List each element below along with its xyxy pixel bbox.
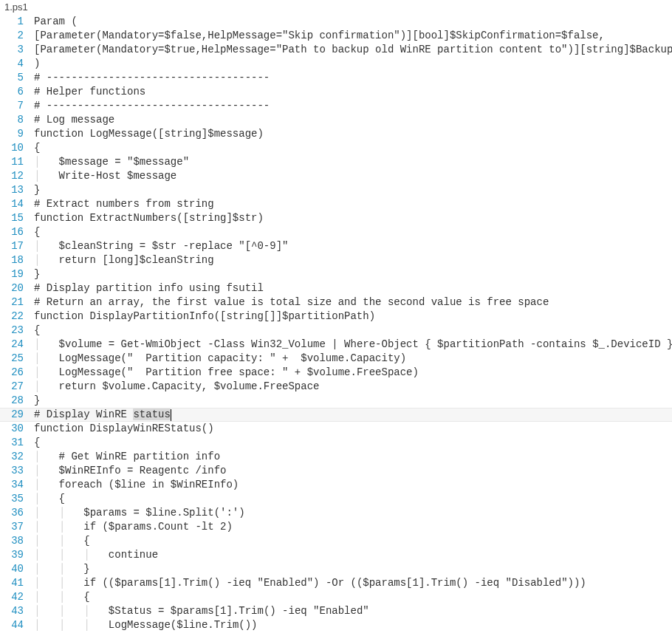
line-number: 30 <box>0 422 34 436</box>
code-text[interactable]: } <box>34 394 672 408</box>
code-text[interactable]: Param ( <box>34 15 672 29</box>
current-line[interactable]: 29# Display WinRE status <box>0 408 672 422</box>
code-line[interactable]: 23{ <box>0 324 672 338</box>
code-line[interactable]: 19} <box>0 267 672 281</box>
line-number: 31 <box>0 436 34 450</box>
code-line[interactable]: 8# Log message <box>0 113 672 127</box>
code-text[interactable]: │ │ │ LogMessage($line.Trim()) <box>34 618 672 632</box>
code-text[interactable]: # Extract numbers from string <box>34 197 672 211</box>
code-text[interactable]: function LogMessage([string]$message) <box>34 127 672 141</box>
code-line[interactable]: 39│ │ │ continue <box>0 548 672 562</box>
code-text[interactable]: │ │ if (($params[1].Trim() -ieq "Enabled… <box>34 576 672 590</box>
code-text[interactable]: │ │ } <box>34 562 672 576</box>
code-text[interactable]: function ExtractNumbers([string]$str) <box>34 211 672 225</box>
code-line[interactable]: 35│ { <box>0 492 672 506</box>
code-text[interactable]: │ $cleanString = $str -replace "[^0-9]" <box>34 239 672 253</box>
code-text[interactable]: │ LogMessage(" Partition free space: " +… <box>34 366 672 380</box>
code-line[interactable]: 1Param ( <box>0 15 672 29</box>
code-line[interactable]: 4) <box>0 57 672 71</box>
code-line[interactable]: 28} <box>0 394 672 408</box>
code-line[interactable]: 38│ │ { <box>0 534 672 548</box>
code-text[interactable]: # Log message <box>34 113 672 127</box>
line-number: 26 <box>0 366 34 380</box>
code-text[interactable]: # Display partition info using fsutil <box>34 281 672 295</box>
code-text[interactable]: function DisplayWinREStatus() <box>34 422 672 436</box>
code-line[interactable]: 30function DisplayWinREStatus() <box>0 422 672 436</box>
code-line[interactable]: 44│ │ │ LogMessage($line.Trim()) <box>0 618 672 632</box>
code-text[interactable]: │ LogMessage(" Partition capacity: " + $… <box>34 352 672 366</box>
code-line[interactable]: 6# Helper functions <box>0 85 672 99</box>
code-text[interactable]: { <box>34 141 672 155</box>
code-text[interactable]: │ │ │ $Status = $params[1].Trim() -ieq "… <box>34 604 672 618</box>
code-line[interactable]: 36│ │ $params = $line.Split(':') <box>0 506 672 520</box>
code-line[interactable]: 7# ------------------------------------ <box>0 99 672 113</box>
code-text[interactable]: function DisplayPartitionInfo([string[]]… <box>34 310 672 324</box>
code-line[interactable]: 26│ LogMessage(" Partition free space: "… <box>0 366 672 380</box>
code-line[interactable]: 10{ <box>0 141 672 155</box>
code-line[interactable]: 34│ foreach ($line in $WinREInfo) <box>0 478 672 492</box>
code-text[interactable]: # Display WinRE status <box>34 408 672 422</box>
code-line[interactable]: 15function ExtractNumbers([string]$str) <box>0 211 672 225</box>
code-line[interactable]: 37│ │ if ($params.Count -lt 2) <box>0 520 672 534</box>
code-line[interactable]: 27│ return $volume.Capacity, $volume.Fre… <box>0 380 672 394</box>
code-line[interactable]: 16{ <box>0 225 672 239</box>
code-line[interactable]: 22function DisplayPartitionInfo([string[… <box>0 310 672 324</box>
code-text[interactable]: # ------------------------------------ <box>34 71 672 85</box>
line-number: 43 <box>0 604 34 618</box>
code-line[interactable]: 9function LogMessage([string]$message) <box>0 127 672 141</box>
code-text[interactable]: │ $message = "$message" <box>34 155 672 169</box>
code-text[interactable]: { <box>34 225 672 239</box>
code-text[interactable]: │ # Get WinRE partition info <box>34 450 672 464</box>
code-text[interactable]: # Helper functions <box>34 85 672 99</box>
code-text[interactable]: │ $volume = Get-WmiObject -Class Win32_V… <box>34 338 672 352</box>
code-text[interactable]: } <box>34 267 672 281</box>
code-line[interactable]: 3[Parameter(Mandatory=$true,HelpMessage=… <box>0 43 672 57</box>
tab-title[interactable]: 1.ps1 <box>0 0 672 15</box>
code-text[interactable]: │ foreach ($line in $WinREInfo) <box>34 478 672 492</box>
code-line[interactable]: 14# Extract numbers from string <box>0 197 672 211</box>
code-line[interactable]: 20# Display partition info using fsutil <box>0 281 672 295</box>
code-text[interactable]: { <box>34 324 672 338</box>
code-line[interactable]: 18│ return [long]$cleanString <box>0 253 672 267</box>
code-line[interactable]: 2[Parameter(Mandatory=$false,HelpMessage… <box>0 29 672 43</box>
code-line[interactable]: 13} <box>0 183 672 197</box>
code-text[interactable]: │ │ { <box>34 534 672 548</box>
code-text[interactable]: │ { <box>34 492 672 506</box>
code-text[interactable]: } <box>34 183 672 197</box>
code-text[interactable]: │ │ if ($params.Count -lt 2) <box>34 520 672 534</box>
code-line[interactable]: 32│ # Get WinRE partition info <box>0 450 672 464</box>
code-text[interactable]: [Parameter(Mandatory=$true,HelpMessage="… <box>34 43 672 57</box>
code-text[interactable]: ) <box>34 57 672 71</box>
code-line[interactable]: 5# ------------------------------------ <box>0 71 672 85</box>
code-line[interactable]: 24│ $volume = Get-WmiObject -Class Win32… <box>0 338 672 352</box>
code-text[interactable]: # Return an array, the first value is to… <box>34 295 672 310</box>
code-line[interactable]: 40│ │ } <box>0 562 672 576</box>
line-number: 6 <box>0 85 34 99</box>
code-line[interactable]: 25│ LogMessage(" Partition capacity: " +… <box>0 352 672 366</box>
code-text[interactable]: { <box>34 436 672 450</box>
code-line[interactable]: 12│ Write-Host $message <box>0 169 672 183</box>
code-line[interactable]: 21# Return an array, the first value is … <box>0 295 672 310</box>
line-number: 19 <box>0 267 34 281</box>
code-line[interactable]: 43│ │ │ $Status = $params[1].Trim() -ieq… <box>0 604 672 618</box>
code-text[interactable]: │ │ │ continue <box>34 548 672 562</box>
code-line[interactable]: 42│ │ { <box>0 590 672 604</box>
code-text[interactable]: # ------------------------------------ <box>34 99 672 113</box>
code-line[interactable]: 11│ $message = "$message" <box>0 155 672 169</box>
code-text[interactable]: │ │ $params = $line.Split(':') <box>34 506 672 520</box>
code-text[interactable]: │ $WinREInfo = Reagentc /info <box>34 464 672 478</box>
code-text[interactable]: │ return $volume.Capacity, $volume.FreeS… <box>34 380 672 394</box>
code-text[interactable]: [Parameter(Mandatory=$false,HelpMessage=… <box>34 29 672 43</box>
code-text[interactable]: │ │ { <box>34 590 672 604</box>
code-line[interactable]: 33│ $WinREInfo = Reagentc /info <box>0 464 672 478</box>
line-number: 22 <box>0 310 34 324</box>
code-area[interactable]: 1Param (2[Parameter(Mandatory=$false,Hel… <box>0 15 672 636</box>
code-text[interactable]: │ Write-Host $message <box>34 169 672 183</box>
code-line[interactable]: 41│ │ if (($params[1].Trim() -ieq "Enabl… <box>0 576 672 590</box>
code-line[interactable]: 17│ $cleanString = $str -replace "[^0-9]… <box>0 239 672 253</box>
line-number: 20 <box>0 281 34 295</box>
selected-word[interactable]: status <box>133 408 170 420</box>
line-number: 2 <box>0 29 34 43</box>
code-line[interactable]: 31{ <box>0 436 672 450</box>
code-text[interactable]: │ return [long]$cleanString <box>34 253 672 267</box>
